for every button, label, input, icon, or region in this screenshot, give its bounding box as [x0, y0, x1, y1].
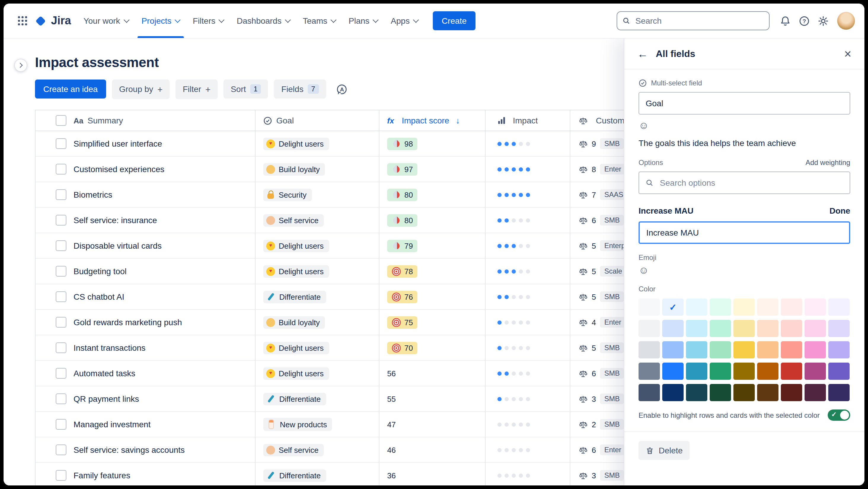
impact-rating[interactable]: [485, 208, 570, 233]
row-checkbox[interactable]: [56, 470, 66, 481]
table-row[interactable]: Gold rewards marketing pushBuild loyalty…: [36, 310, 682, 335]
nav-apps[interactable]: Apps: [384, 4, 425, 38]
nav-your-work[interactable]: Your work: [77, 4, 135, 38]
table-row[interactable]: Self service: insuranceSelf service806SM…: [36, 208, 682, 233]
color-swatch[interactable]: [781, 384, 802, 401]
table-row[interactable]: Customised experiencesBuild loyalty978En…: [36, 157, 682, 182]
row-checkbox[interactable]: [56, 444, 66, 455]
color-swatch[interactable]: [686, 341, 707, 358]
color-swatch[interactable]: [639, 384, 660, 401]
color-swatch[interactable]: [828, 384, 849, 401]
color-swatch[interactable]: [710, 298, 731, 316]
idea-summary[interactable]: Gold rewards marketing push: [73, 317, 182, 327]
notifications-bell-icon[interactable]: [776, 11, 795, 30]
back-icon[interactable]: ←: [638, 48, 648, 59]
option-emoji-icon[interactable]: ☺: [639, 265, 649, 276]
row-checkbox[interactable]: [56, 342, 66, 353]
option-name-input[interactable]: [639, 221, 850, 244]
impact-rating[interactable]: [485, 412, 570, 437]
done-button[interactable]: Done: [830, 206, 850, 215]
auto-sort-button[interactable]: A: [332, 79, 352, 99]
user-avatar[interactable]: [837, 12, 855, 30]
impact-rating[interactable]: [485, 259, 570, 284]
color-swatch[interactable]: [757, 341, 778, 358]
row-checkbox[interactable]: [56, 189, 66, 200]
color-swatch[interactable]: [734, 384, 755, 401]
global-search[interactable]: [617, 11, 770, 30]
options-search-input[interactable]: [659, 177, 843, 188]
row-checkbox[interactable]: [56, 368, 66, 379]
color-swatch[interactable]: [805, 320, 826, 337]
row-checkbox[interactable]: [56, 266, 66, 277]
goal-tag[interactable]: Differentiate: [263, 469, 326, 482]
color-swatch[interactable]: [662, 363, 684, 380]
table-row[interactable]: Automated tasks♥Delight users566SMB: [36, 361, 682, 386]
color-swatch[interactable]: [710, 320, 731, 337]
row-checkbox[interactable]: [56, 240, 66, 251]
impact-rating[interactable]: [485, 284, 570, 309]
nav-projects[interactable]: Projects: [135, 4, 186, 38]
color-swatch-selected[interactable]: ✓: [662, 298, 684, 316]
impact-rating[interactable]: [485, 310, 570, 335]
color-swatch[interactable]: [662, 320, 684, 337]
select-all-checkbox[interactable]: [56, 115, 66, 126]
color-swatch[interactable]: [757, 298, 778, 316]
color-swatch[interactable]: [639, 363, 660, 380]
row-checkbox[interactable]: [56, 164, 66, 174]
color-swatch[interactable]: [639, 320, 660, 337]
idea-summary[interactable]: Budgeting tool: [73, 266, 127, 276]
nav-plans[interactable]: Plans: [342, 4, 384, 38]
color-swatch[interactable]: [734, 341, 755, 358]
goal-tag[interactable]: New products: [263, 418, 332, 431]
color-swatch[interactable]: [757, 320, 778, 337]
color-swatch[interactable]: [805, 363, 826, 380]
color-swatch[interactable]: [710, 384, 731, 401]
row-checkbox[interactable]: [56, 215, 66, 226]
search-input[interactable]: [634, 16, 764, 26]
color-swatch[interactable]: [781, 298, 802, 316]
impact-rating[interactable]: [485, 335, 570, 360]
impact-rating[interactable]: [485, 182, 570, 207]
table-row[interactable]: Simplified user interface♥Delight users9…: [36, 131, 682, 157]
row-checkbox[interactable]: [56, 291, 66, 302]
goal-tag[interactable]: ♥Delight users: [263, 239, 329, 252]
sidebar-expand-button[interactable]: [14, 59, 27, 72]
app-switcher-icon[interactable]: [13, 11, 32, 30]
delete-button[interactable]: Delete: [639, 441, 690, 460]
goal-tag[interactable]: Self service: [263, 214, 324, 226]
idea-summary[interactable]: Family features: [73, 470, 130, 480]
goal-tag[interactable]: ♥Delight users: [263, 137, 329, 150]
nav-filters[interactable]: Filters: [186, 4, 230, 38]
column-impact-score[interactable]: Impact score: [402, 116, 449, 125]
idea-summary[interactable]: QR payment links: [73, 394, 139, 404]
row-checkbox[interactable]: [56, 394, 66, 404]
color-swatch[interactable]: [757, 363, 778, 380]
add-emoji-icon[interactable]: ☺: [639, 120, 649, 131]
nav-dashboards[interactable]: Dashboards: [230, 4, 297, 38]
table-row[interactable]: Instant transactions♥Delight users705SMB: [36, 335, 682, 361]
color-swatch[interactable]: [734, 320, 755, 337]
goal-tag[interactable]: Build loyalty: [263, 163, 325, 175]
color-swatch[interactable]: [662, 341, 684, 358]
sort-desc-icon[interactable]: ↓: [456, 116, 460, 125]
idea-summary[interactable]: Simplified user interface: [73, 139, 162, 148]
color-swatch[interactable]: [805, 384, 826, 401]
filter-button[interactable]: Filter+: [176, 79, 218, 99]
color-swatch[interactable]: [686, 320, 707, 337]
color-swatch[interactable]: [686, 363, 707, 380]
impact-rating[interactable]: [485, 157, 570, 181]
goal-tag[interactable]: ♥Delight users: [263, 265, 329, 278]
color-swatch[interactable]: [781, 363, 802, 380]
idea-summary[interactable]: Instant transactions: [73, 343, 146, 352]
table-row[interactable]: Managed investmentNew products472SMB: [36, 412, 682, 437]
impact-rating[interactable]: [485, 463, 570, 485]
table-row[interactable]: BiometricsSecurity807SAAS: [36, 182, 682, 208]
idea-summary[interactable]: Biometrics: [73, 190, 112, 199]
table-row[interactable]: Budgeting tool♥Delight users785Scale: [36, 259, 682, 284]
create-button[interactable]: Create: [433, 11, 475, 30]
color-swatch[interactable]: [710, 363, 731, 380]
column-goal[interactable]: Goal: [276, 116, 294, 125]
table-row[interactable]: Family featuresDifferentiate363SMB: [36, 463, 682, 485]
color-swatch[interactable]: [805, 341, 826, 358]
color-swatch[interactable]: [828, 298, 849, 316]
